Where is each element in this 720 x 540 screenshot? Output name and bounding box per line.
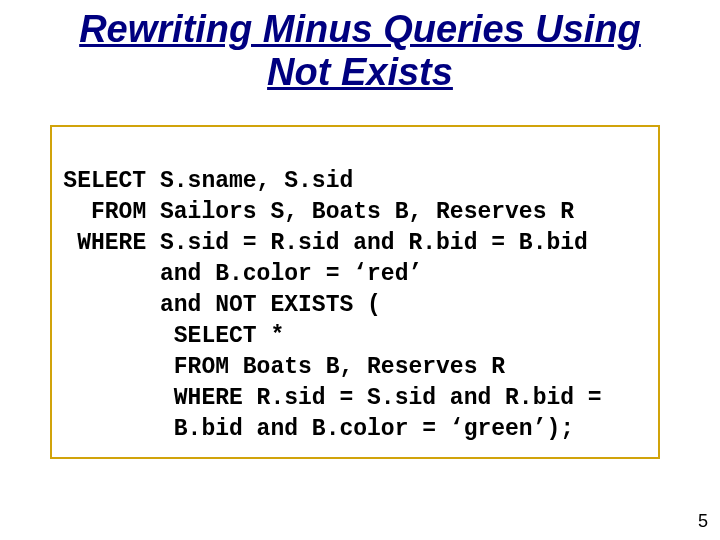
- sub-line-4: B.bid and B.color = ‘green’);: [160, 414, 574, 445]
- sql-code: SELECT S.sname, S.sid FROM Sailors S, Bo…: [62, 135, 648, 445]
- where-line-2: and B.color = ‘red’: [160, 259, 422, 290]
- page-number: 5: [698, 511, 708, 532]
- from-body: Sailors S, Boats B, Reserves R: [160, 197, 574, 228]
- sub-line-3: WHERE R.sid = S.sid and R.bid =: [160, 383, 602, 414]
- where-line-1: S.sid = R.sid and R.bid = B.bid: [160, 228, 588, 259]
- select-body: S.sname, S.sid: [160, 166, 353, 197]
- sub-line-2: FROM Boats B, Reserves R: [160, 352, 505, 383]
- where-line-3: and NOT EXISTS (: [160, 290, 381, 321]
- kw-where: WHERE: [62, 228, 146, 259]
- sub-line-1: SELECT *: [160, 321, 284, 352]
- slide-title: Rewriting Minus Queries Using Not Exists: [0, 0, 720, 99]
- code-box: SELECT S.sname, S.sid FROM Sailors S, Bo…: [50, 125, 660, 459]
- kw-from: FROM: [62, 197, 146, 228]
- slide: Rewriting Minus Queries Using Not Exists…: [0, 0, 720, 540]
- title-line-2: Not Exists: [267, 51, 453, 93]
- kw-select: SELECT: [62, 166, 146, 197]
- title-line-1: Rewriting Minus Queries Using: [79, 8, 641, 50]
